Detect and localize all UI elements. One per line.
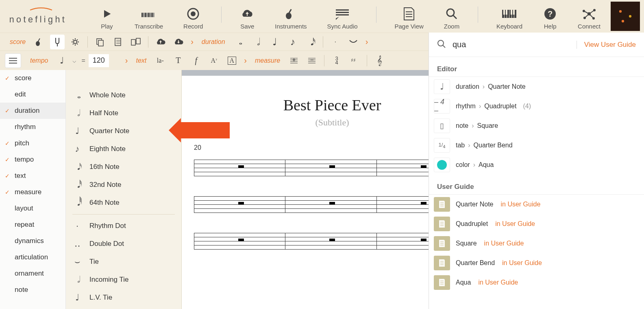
half-note-icon[interactable]: 𝅗𝅥 xyxy=(250,35,264,49)
chevron-right-icon[interactable]: › xyxy=(366,37,368,46)
sync-audio-button[interactable]: Sync Audio xyxy=(321,7,364,30)
sidebar-item-score[interactable]: ✓score xyxy=(0,70,65,86)
remove-measure-icon[interactable]: − xyxy=(305,53,319,68)
guide-result-quarter-note[interactable]: Quarter Notein User Guide xyxy=(429,195,644,214)
text-tool-icon[interactable]: T xyxy=(171,53,185,68)
connect-button[interactable]: Connect xyxy=(572,7,607,30)
guide-result-quarter-bend[interactable]: Quarter Bendin User Guide xyxy=(429,253,644,273)
sidebar-item-repeat[interactable]: repeat xyxy=(0,217,65,233)
transcribe-button[interactable]: Transcribe xyxy=(128,7,169,30)
rhythm-dot-icon[interactable]: · xyxy=(328,35,343,49)
sidebar-item-pitch[interactable]: ✓pitch xyxy=(0,135,65,151)
sidebar-item-ornament[interactable]: ornament xyxy=(0,265,65,282)
sidebar-item-dynamics[interactable]: dynamics xyxy=(0,233,65,249)
time-sig-icon[interactable]: 34 xyxy=(329,53,344,68)
duration-item-32nd-note[interactable]: 𝅘𝅥𝅰32nd Note xyxy=(66,176,181,194)
quarter-note-icon[interactable]: ♩ xyxy=(268,35,282,49)
cloud-upload-icon[interactable] xyxy=(153,35,168,49)
search-result-square[interactable]: ▯note›Square xyxy=(429,116,644,136)
chevron-right-icon[interactable]: › xyxy=(191,37,194,46)
duration-item-64th-note[interactable]: 𝅘𝅥𝅱64th Note xyxy=(66,194,181,212)
gear-icon[interactable] xyxy=(68,35,83,49)
view-user-guide-link[interactable]: View User Guide xyxy=(577,41,636,49)
svg-line-38 xyxy=(584,11,589,14)
duration-item-l.v.-tie[interactable]: ♩L.V. Tie xyxy=(66,289,181,307)
add-measure-icon[interactable]: + xyxy=(287,53,301,68)
sidebar-item-rhythm[interactable]: rhythm xyxy=(0,119,65,135)
sidebar-item-tempo[interactable]: ✓tempo xyxy=(0,151,65,168)
result-value: Quarter Note xyxy=(456,201,493,208)
check-icon: ✓ xyxy=(5,75,15,81)
cloud-download-icon[interactable] xyxy=(171,35,186,49)
sixteenth-note-icon[interactable]: 𝅘𝅥𝅯 xyxy=(303,35,318,49)
play-button[interactable]: Play xyxy=(94,7,120,30)
search-result-aqua[interactable]: color›Aqua xyxy=(429,155,644,175)
sidebar-item-duration[interactable]: ✓duration xyxy=(0,103,65,119)
page-icon[interactable] xyxy=(111,35,125,49)
save-button[interactable]: Save xyxy=(234,7,261,30)
search-result-quadruplet[interactable]: – 4 –rhythm›Quadruplet(4) xyxy=(429,96,644,116)
in-user-guide-label: in User Guide xyxy=(500,201,540,208)
dynamic-icon[interactable]: f xyxy=(189,53,203,68)
sidebar-item-text[interactable]: ✓text xyxy=(0,168,65,184)
dropdown-caret-icon[interactable]: ⌵ xyxy=(72,57,76,64)
boxed-text-icon[interactable]: A xyxy=(224,53,239,68)
result-value: Square xyxy=(456,240,477,247)
pages-icon[interactable] xyxy=(128,35,143,49)
guide-result-quadruplet[interactable]: Quadrupletin User Guide xyxy=(429,214,644,234)
duration-item-label: Rhythm Dot xyxy=(89,222,126,230)
duration-item-label: Whole Note xyxy=(89,91,126,99)
duration-item-whole-note[interactable]: 𝅝Whole Note xyxy=(66,86,181,104)
note-icon: 𝅗𝅥 xyxy=(72,274,82,285)
search-result-quarter-bend[interactable]: 1/4tab›Quarter Bend xyxy=(429,136,644,155)
help-button[interactable]: ? Help xyxy=(537,7,564,30)
zoom-button[interactable]: Zoom xyxy=(438,7,466,30)
duration-item-label: Incoming Tie xyxy=(89,276,128,284)
sidebar-item-note[interactable]: note xyxy=(0,282,65,298)
tie-icon[interactable] xyxy=(346,35,361,49)
copy-icon[interactable] xyxy=(93,35,107,49)
sidebar-item-label: dynamics xyxy=(15,237,44,245)
check-icon: ✓ xyxy=(5,140,15,147)
user-avatar[interactable] xyxy=(611,2,640,31)
sidebar-item-measure[interactable]: ✓measure xyxy=(0,184,65,200)
sidebar-item-layout[interactable]: layout xyxy=(0,200,65,217)
tempo-input[interactable] xyxy=(89,54,109,67)
svg-rect-1 xyxy=(141,13,143,17)
search-result-quarter-note[interactable]: ♩duration›Quarter Note xyxy=(429,77,644,96)
chevron-right-icon[interactable]: › xyxy=(125,56,128,65)
instruments-button[interactable]: Instruments xyxy=(269,7,313,30)
sidebar-item-articulation[interactable]: articulation xyxy=(0,249,65,265)
guitar-tab-icon[interactable] xyxy=(32,35,47,49)
page-view-button[interactable]: Page View xyxy=(388,7,429,30)
record-button[interactable]: Record xyxy=(177,7,209,30)
keyboard-button[interactable]: Keyboard xyxy=(490,7,529,30)
duration-item-double-dot[interactable]: ‥Double Dot xyxy=(66,235,181,253)
svg-rect-29 xyxy=(511,10,512,15)
lyrics-icon[interactable]: la- xyxy=(153,53,168,68)
sidebar-item-edit[interactable]: edit xyxy=(0,86,65,103)
svg-rect-6 xyxy=(150,13,151,17)
key-sig-icon[interactable]: ♯♯ xyxy=(347,53,362,68)
logo[interactable]: noteflight xyxy=(4,6,89,26)
in-user-guide-label: in User Guide xyxy=(478,279,518,286)
book-icon xyxy=(434,275,450,290)
search-input[interactable] xyxy=(453,40,577,49)
chevron-right-icon[interactable]: › xyxy=(244,56,247,65)
duration-item-tie[interactable]: ⌣Tie xyxy=(66,253,181,271)
guide-result-square[interactable]: Squarein User Guide xyxy=(429,234,644,253)
clef-icon[interactable]: 𝄞 xyxy=(372,53,387,68)
tempo-note-icon[interactable]: ♩ xyxy=(54,53,69,68)
guide-result-aqua[interactable]: Aquain User Guide xyxy=(429,273,644,292)
whole-note-icon[interactable]: 𝅝 xyxy=(232,35,246,49)
rehearsal-mark-icon[interactable]: A⁷ xyxy=(207,53,221,68)
tuning-fork-icon[interactable] xyxy=(50,35,65,49)
duration-item-eighth-note[interactable]: ♪Eighth Note xyxy=(66,140,181,158)
duration-item-rhythm-dot[interactable]: ·Rhythm Dot xyxy=(66,217,181,235)
duration-item-incoming-tie[interactable]: 𝅗𝅥Incoming Tie xyxy=(66,271,181,289)
duration-item-16th-note[interactable]: 𝅘𝅥𝅯16th Note xyxy=(66,158,181,176)
hamburger-menu[interactable] xyxy=(5,53,21,68)
duration-item-quarter-note[interactable]: ♩Quarter Note xyxy=(66,122,181,140)
eighth-note-icon[interactable]: ♪ xyxy=(285,35,300,49)
duration-item-half-note[interactable]: 𝅗𝅥Half Note xyxy=(66,104,181,122)
